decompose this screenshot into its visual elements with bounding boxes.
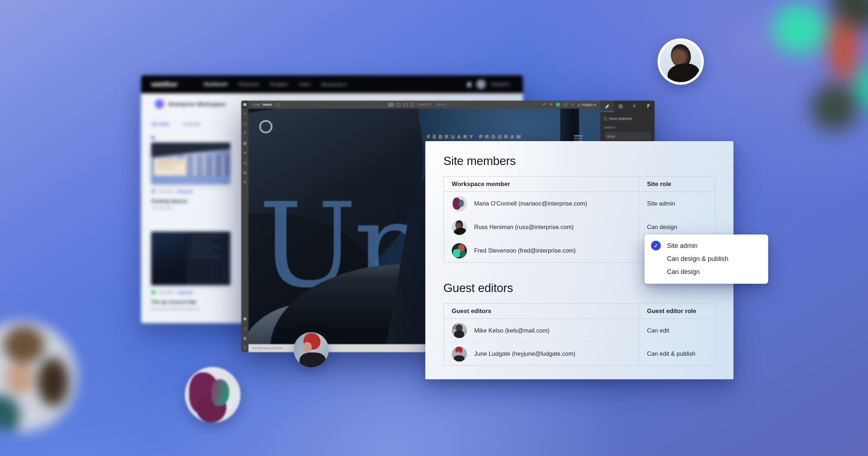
card-menu-icon[interactable]: ⋯ xyxy=(226,189,230,194)
page-name[interactable]: Home xyxy=(263,103,272,106)
member-role[interactable]: Can design xyxy=(639,224,715,231)
site-members-title: Site members xyxy=(443,154,715,168)
plan-label: Site plan xyxy=(158,189,174,194)
selector-label: Selector xyxy=(604,126,651,129)
status-text: No Element Selected xyxy=(252,346,283,350)
dropdown-item-can-design-publish[interactable]: Can design & publish xyxy=(644,252,768,265)
export-icon[interactable]: ⇪ xyxy=(571,103,574,107)
blurred-figure-top-right xyxy=(763,0,868,145)
site-status-row: Site plan Upgrade ⋯ xyxy=(151,189,230,194)
tab-settings[interactable] xyxy=(614,101,628,112)
panel-tabs: Y xyxy=(600,101,655,112)
settings-icon[interactable]: ✎ xyxy=(243,181,246,184)
member-role[interactable]: Can edit & publish xyxy=(639,350,715,357)
site-role-dropdown: ✓ Site admin Can design & publish Can de… xyxy=(644,235,768,284)
breakpoint-mobile-landscape-icon[interactable] xyxy=(403,104,408,106)
tab-all-sites[interactable]: All sites xyxy=(151,121,169,127)
assets-icon[interactable]: ◇ xyxy=(243,161,246,165)
audit-icon[interactable]: ▣ xyxy=(243,317,246,321)
site-ring-logo xyxy=(259,120,272,133)
thumb-art xyxy=(154,159,186,177)
upgrade-link[interactable]: Upgrade xyxy=(177,290,193,295)
breakpoint-desktop-icon[interactable] xyxy=(388,103,393,106)
notifications-bell-icon[interactable] xyxy=(467,82,471,87)
nav-item-designer[interactable]: Designer xyxy=(270,82,288,87)
pages-icon[interactable]: ▤ xyxy=(243,142,246,145)
zoom-level-value[interactable]: 100 % xyxy=(436,103,446,106)
components-icon[interactable]: □ xyxy=(244,122,246,126)
account-menu[interactable]: Account ▾ xyxy=(491,82,510,87)
nav-item-showcase[interactable]: Showcase xyxy=(238,82,259,87)
dropdown-item-can-design[interactable]: Can design xyxy=(644,265,768,278)
help-icon[interactable]: ? xyxy=(244,346,246,350)
tab-interactions[interactable]: Y xyxy=(627,101,641,112)
selection-box-icon xyxy=(604,117,607,120)
undo-icon[interactable]: ↶ xyxy=(542,103,545,107)
workspace-name: Enterprise Workspace xyxy=(169,101,226,107)
site-thumbnail[interactable] xyxy=(151,232,230,285)
nav-item-resources[interactable]: Resources ▾ xyxy=(321,82,346,87)
code-icon[interactable]: { } xyxy=(564,103,567,107)
table-column-divider xyxy=(639,177,639,262)
avatar-russ xyxy=(452,220,467,235)
typography-icon[interactable]: T xyxy=(244,132,246,135)
dropdown-item-label: Can design xyxy=(667,268,700,276)
site-title[interactable]: Floating Spaces xyxy=(151,198,230,204)
site-card-floating-spaces[interactable]: Site plan Upgrade ⋯ Floating Spaces View… xyxy=(151,136,230,210)
breakpoint-tablet-icon[interactable] xyxy=(396,103,400,106)
thumb-art xyxy=(187,232,230,285)
card-menu-icon[interactable]: ⋯ xyxy=(226,290,230,295)
fork-icon: Y xyxy=(633,104,635,108)
guest-editors-table: Guest editors Guest editor role Mike Kel… xyxy=(443,303,715,366)
tab-style[interactable] xyxy=(600,101,614,112)
table-row: Maria O'Connell (mariaoc@interprise.com)… xyxy=(444,192,715,215)
dropdown-item-site-admin[interactable]: ✓ Site admin xyxy=(644,239,768,252)
plan-status-icon xyxy=(151,189,156,194)
breakpoint-mobile-icon[interactable] xyxy=(411,103,413,106)
nav-item-dashboard[interactable]: Dashboard xyxy=(204,82,227,87)
published-status-icon xyxy=(151,290,156,295)
redo-icon[interactable]: ↷ xyxy=(549,103,552,107)
site-subtitle: View Project xyxy=(151,206,230,210)
tab-animations[interactable] xyxy=(641,101,655,112)
column-header-site-role: Site role xyxy=(639,181,715,188)
site-title[interactable]: The Up Concert Hall xyxy=(151,299,230,305)
navigator-icon[interactable]: ≡ xyxy=(244,151,246,155)
page-label: Page: xyxy=(253,103,261,106)
table-column-divider xyxy=(639,304,639,365)
member-role[interactable]: Site admin xyxy=(639,200,715,207)
search-icon[interactable]: ○ xyxy=(244,327,246,330)
account-avatar[interactable] xyxy=(476,80,486,89)
site-status-row: Site plan Upgrade ⋯ xyxy=(151,290,230,295)
upgrade-link[interactable]: Upgrade xyxy=(177,189,193,194)
preview-icon[interactable] xyxy=(276,103,280,106)
avatar-fred xyxy=(452,243,467,258)
site-thumbnail[interactable] xyxy=(151,143,230,184)
navbar-links: Dashboard Showcase Designer Learn Resour… xyxy=(204,82,346,87)
publish-button[interactable]: ▲ Publish ▾ xyxy=(578,103,596,107)
member-role[interactable]: Can edit xyxy=(639,327,715,334)
cms-icon[interactable]: ◎ xyxy=(243,171,247,174)
thumb-art xyxy=(151,176,230,184)
site-card-up-concert-hall[interactable]: Site plan Upgrade ⋯ The Up Concert Hall … xyxy=(151,232,230,311)
add-elements-icon[interactable]: + xyxy=(244,112,246,116)
webflow-w-logo[interactable]: W xyxy=(241,101,248,109)
selector-input[interactable]: None xyxy=(604,132,651,140)
avatar-maria xyxy=(452,196,467,211)
floating-avatar-russ xyxy=(658,38,704,85)
gear-icon xyxy=(619,105,622,108)
analytics-icon[interactable]: ▥ xyxy=(243,337,246,340)
nav-item-learn[interactable]: Learn xyxy=(299,82,310,87)
member-name: Maria O'Connell (mariaoc@interprise.com) xyxy=(474,200,587,207)
members-table-header: Workspace member Site role xyxy=(444,177,715,192)
webflow-logo: webflow xyxy=(151,80,177,88)
floating-avatar-red-haired-woman xyxy=(294,332,329,367)
table-row: Mike Kelso (kels@mail.com) Can edit xyxy=(444,319,715,342)
tab-tutorials[interactable]: Tutorials xyxy=(183,121,200,127)
table-row: June Ludgate (heyjune@ludgate.com) Can e… xyxy=(444,342,715,365)
selected-check-icon: ✓ xyxy=(651,241,661,250)
column-header-guest-editors: Guest editors xyxy=(444,308,639,315)
plan-label: Site plan xyxy=(158,290,174,295)
avatar-mike xyxy=(452,323,467,338)
blurred-avatar-bottom-left xyxy=(0,320,78,432)
